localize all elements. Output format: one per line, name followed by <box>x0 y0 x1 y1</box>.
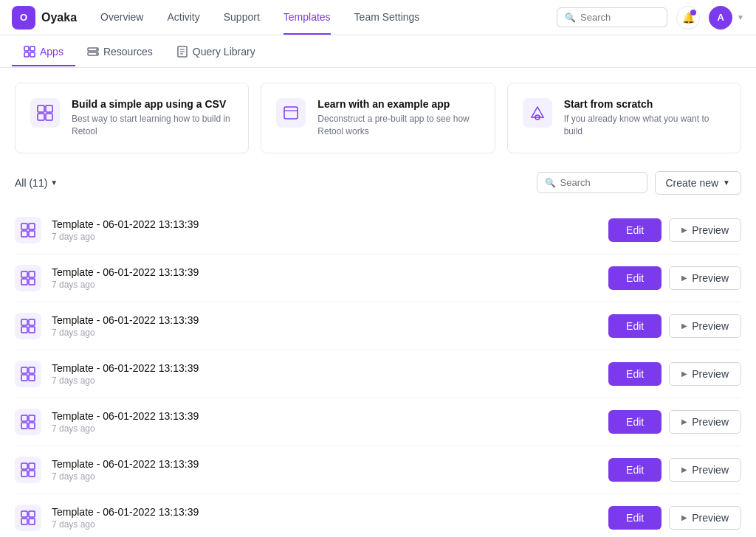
create-new-button[interactable]: Create new ▼ <box>655 171 742 195</box>
preview-button-6[interactable]: ▶ Preview <box>669 506 741 530</box>
svg-rect-13 <box>46 105 52 112</box>
svg-rect-19 <box>21 224 27 229</box>
template-time-2: 7 days ago <box>52 328 598 338</box>
card-0[interactable]: Build a simple app using a CSV Best way … <box>15 83 249 153</box>
template-time-3: 7 days ago <box>52 375 598 386</box>
top-search-bar[interactable]: 🔍 <box>557 7 667 27</box>
secondary-tab-label: Query Library <box>193 46 255 58</box>
svg-rect-24 <box>29 271 35 277</box>
edit-button-2[interactable]: Edit <box>608 314 662 338</box>
preview-label-5: Preview <box>692 464 729 476</box>
template-info-0: Template - 06-01-2022 13:13:39 7 days ag… <box>52 218 598 242</box>
card-2[interactable]: Start from scratch If you already know w… <box>507 83 741 153</box>
svg-rect-38 <box>29 423 35 429</box>
template-icon-wrap-4 <box>15 409 41 435</box>
template-icon-wrap-0 <box>15 217 41 243</box>
svg-rect-27 <box>21 319 27 325</box>
template-name-6: Template - 06-01-2022 13:13:39 <box>52 506 598 518</box>
svg-rect-34 <box>29 375 35 381</box>
svg-rect-26 <box>29 279 35 285</box>
card-description-0: Best way to start learning how to build … <box>72 113 233 138</box>
edit-button-4[interactable]: Edit <box>608 410 662 434</box>
edit-button-5[interactable]: Edit <box>608 458 662 482</box>
filter-search-input[interactable] <box>560 177 634 188</box>
template-time-0: 7 days ago <box>52 232 598 242</box>
card-text-0: Build a simple app using a CSV Best way … <box>72 98 233 138</box>
svg-rect-1 <box>30 46 35 51</box>
filter-chevron-icon: ▼ <box>50 179 58 187</box>
template-time-4: 7 days ago <box>52 423 598 434</box>
edit-button-3[interactable]: Edit <box>608 362 662 386</box>
secondary-tab-apps[interactable]: Apps <box>12 37 75 66</box>
nav-links: OverviewActivitySupportTemplatesTeam Set… <box>100 1 557 35</box>
svg-rect-45 <box>21 519 27 524</box>
play-icon: ▶ <box>681 513 687 522</box>
svg-rect-21 <box>21 231 27 237</box>
avatar-area[interactable]: A ▼ <box>709 6 744 30</box>
template-icon <box>21 510 35 525</box>
create-new-label: Create new <box>666 177 719 189</box>
preview-button-2[interactable]: ▶ Preview <box>669 314 741 338</box>
preview-button-0[interactable]: ▶ Preview <box>669 218 741 242</box>
top-search-input[interactable] <box>580 12 654 23</box>
preview-button-5[interactable]: ▶ Preview <box>669 458 741 482</box>
svg-rect-37 <box>21 423 27 429</box>
template-row: Template - 06-01-2022 13:13:39 7 days ag… <box>15 398 741 446</box>
template-icon-wrap-1 <box>15 265 41 291</box>
filter-label[interactable]: All (11) ▼ <box>15 177 58 189</box>
preview-button-3[interactable]: ▶ Preview <box>669 362 741 386</box>
nav-link-activity[interactable]: Activity <box>167 1 199 35</box>
svg-rect-36 <box>29 415 35 421</box>
preview-label-0: Preview <box>692 224 729 236</box>
nav-link-support[interactable]: Support <box>224 1 260 35</box>
card-title-1: Learn with an example app <box>317 98 479 110</box>
logo-initial: O <box>20 12 27 23</box>
avatar: A <box>709 6 732 30</box>
play-icon: ▶ <box>681 322 687 330</box>
nav-link-overview[interactable]: Overview <box>100 1 143 35</box>
preview-button-4[interactable]: ▶ Preview <box>669 410 741 434</box>
template-actions-0: Edit ▶ Preview <box>608 218 741 242</box>
svg-rect-2 <box>24 52 29 57</box>
play-icon: ▶ <box>681 370 687 378</box>
nav-right: 🔍 🔔 A ▼ <box>557 6 744 30</box>
template-icon-wrap-3 <box>15 361 41 387</box>
svg-rect-33 <box>21 375 27 381</box>
preview-label-6: Preview <box>692 512 729 524</box>
svg-rect-28 <box>29 319 35 325</box>
notification-button[interactable]: 🔔 <box>676 6 700 30</box>
avatar-chevron-icon: ▼ <box>737 13 744 21</box>
secondary-tab-resources[interactable]: Resources <box>75 37 165 66</box>
filter-search-bar[interactable]: 🔍 <box>537 172 647 193</box>
preview-label-3: Preview <box>692 368 729 380</box>
edit-button-0[interactable]: Edit <box>608 218 662 242</box>
logo-area[interactable]: O Oyaka <box>12 6 77 30</box>
template-icon-wrap-6 <box>15 505 41 531</box>
logo-icon: O <box>12 6 35 30</box>
nav-link-templates[interactable]: Templates <box>284 1 331 35</box>
card-icon-wrap-1 <box>276 98 306 128</box>
edit-button-6[interactable]: Edit <box>608 506 662 530</box>
template-list: Template - 06-01-2022 13:13:39 7 days ag… <box>15 207 741 537</box>
secondary-tab-query-library[interactable]: Query Library <box>165 37 267 66</box>
card-1[interactable]: Learn with an example app Deconstruct a … <box>261 83 495 153</box>
template-info-2: Template - 06-01-2022 13:13:39 7 days ag… <box>52 314 598 338</box>
secondary-nav: Apps Resources Query Library <box>0 35 756 68</box>
card-text-1: Learn with an example app Deconstruct a … <box>317 98 479 138</box>
secondary-tab-label: Apps <box>40 46 63 58</box>
logo-text: Oyaka <box>41 11 77 24</box>
template-actions-2: Edit ▶ Preview <box>608 314 741 338</box>
template-actions-5: Edit ▶ Preview <box>608 458 741 482</box>
template-icon <box>21 415 35 429</box>
svg-rect-32 <box>29 367 35 373</box>
edit-button-1[interactable]: Edit <box>608 266 662 290</box>
svg-rect-31 <box>21 367 27 373</box>
preview-button-1[interactable]: ▶ Preview <box>669 266 741 290</box>
card-description-1: Deconstruct a pre-built app to see how R… <box>317 113 479 138</box>
template-name-2: Template - 06-01-2022 13:13:39 <box>52 314 598 326</box>
svg-rect-16 <box>284 107 298 119</box>
preview-label-2: Preview <box>692 320 729 332</box>
nav-link-team-settings[interactable]: Team Settings <box>354 1 420 35</box>
create-new-chevron-icon: ▼ <box>723 179 730 187</box>
template-name-0: Template - 06-01-2022 13:13:39 <box>52 218 598 230</box>
